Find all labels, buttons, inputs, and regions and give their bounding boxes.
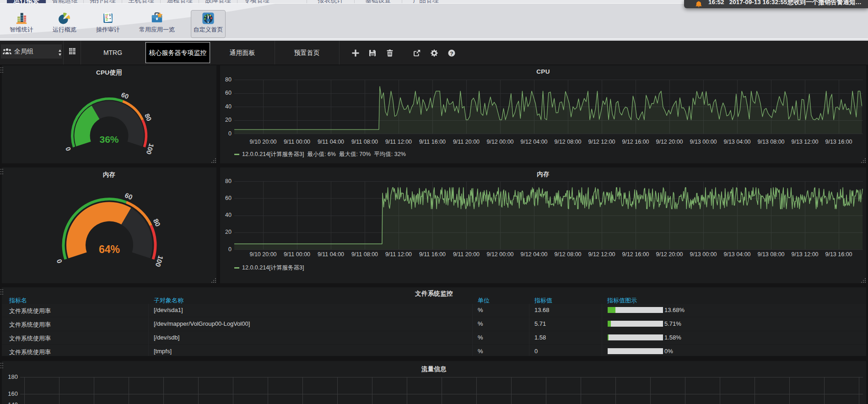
svg-text:0: 0	[55, 258, 64, 264]
svg-text:80: 80	[152, 217, 162, 227]
svg-text:100: 100	[145, 143, 156, 156]
svg-text:100: 100	[154, 254, 165, 268]
svg-text:36%: 36%	[99, 134, 119, 145]
svg-text:80: 80	[143, 113, 153, 122]
svg-text:64%: 64%	[99, 243, 120, 255]
svg-text:60: 60	[120, 91, 130, 101]
svg-text:?: ?	[450, 51, 453, 56]
svg-text:0: 0	[64, 146, 72, 152]
svg-text:60: 60	[124, 191, 134, 201]
